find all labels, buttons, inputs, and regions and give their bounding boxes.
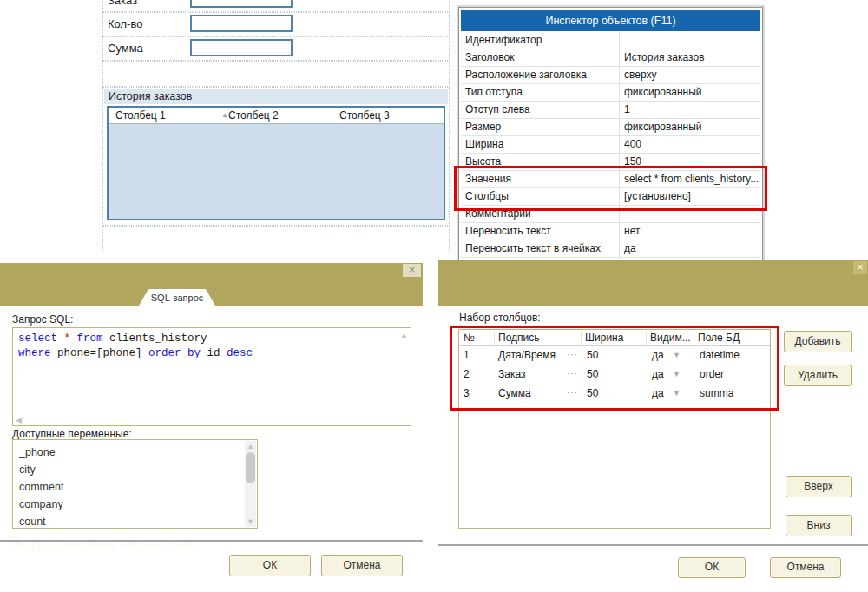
inspector-row-identifier[interactable]: Идентификатор [461, 32, 760, 49]
variable-item[interactable]: city [13, 461, 243, 478]
sql-dialog-separator [0, 540, 423, 542]
inspector-row-indent-type[interactable]: Тип отступафиксированный [461, 84, 760, 102]
sort-asc-icon[interactable]: ▲ [221, 108, 228, 123]
ellipsis-button[interactable]: ··· [567, 345, 578, 365]
inspector-row-wrap-text[interactable]: Переносить текстнет [461, 223, 760, 240]
variables-list: _phone city comment company count [13, 444, 243, 529]
scroll-left-icon[interactable]: ◀ [16, 416, 22, 424]
cancel-button[interactable]: Отмена [321, 555, 403, 576]
close-icon[interactable]: × [403, 264, 421, 277]
sql-query-text: select * from clients_history where phon… [18, 332, 253, 361]
move-down-button[interactable]: Вниз [786, 515, 852, 536]
tab-sql-query[interactable]: SQL-запрос [139, 289, 215, 306]
order-input[interactable] [190, 0, 293, 8]
form-row-qty: Кол-во [102, 12, 450, 36]
form-row-empty-bottom [102, 226, 450, 253]
column-set-label: Набор столбцов: [459, 312, 541, 324]
history-group-title: История заказов [108, 90, 192, 102]
remove-button[interactable]: Удалить [784, 365, 852, 386]
header-number[interactable]: № [464, 330, 475, 345]
form-row-order: Заказ [102, 0, 450, 12]
dropdown-icon[interactable]: ▼ [673, 365, 681, 384]
inspector-row-comment[interactable]: Комментарий [461, 206, 760, 223]
screen: Заказ Кол-во Сумма История заказов Столб… [0, 0, 868, 592]
variable-item[interactable]: comment [13, 478, 243, 496]
form-row-sum: Сумма [102, 36, 450, 61]
scroll-up-icon[interactable]: ▲ [400, 331, 408, 339]
ok-button[interactable]: ОК [229, 555, 311, 576]
column-row-order[interactable]: 2 Заказ ··· 50 да ▼ order [459, 365, 770, 384]
inspector-row-indent-left[interactable]: Отступ слева1 [461, 102, 760, 119]
header-db-field[interactable]: Поле БД [698, 330, 740, 345]
columns-table-header: № Подпись Ширина Видим... Поле БД [459, 330, 770, 346]
inspector-column-divider [619, 32, 620, 259]
header-caption[interactable]: Подпись [498, 330, 540, 345]
inspector-row-height[interactable]: Высота150 [461, 154, 760, 171]
inspector-row-width[interactable]: Ширина400 [461, 136, 760, 154]
sql-query-label: Запрос SQL: [12, 313, 73, 326]
scroll-up-icon[interactable]: ▲ [247, 442, 254, 451]
column-row-summa[interactable]: 3 Сумма ··· 50 да ▼ summa [459, 384, 770, 403]
inspector-row-values[interactable]: Значенияselect * from clients_history... [461, 171, 760, 188]
ellipsis-button[interactable]: ··· [567, 384, 578, 403]
sql-query-textarea[interactable]: select * from clients_history where phon… [12, 327, 411, 426]
variable-item[interactable]: _phone [13, 444, 243, 461]
form-row-history-group: История заказов Столбец 1 ▲ Столбец 2 Ст… [102, 87, 450, 226]
inspector-row-caption-position[interactable]: Расположение заголовкасверху [461, 67, 760, 84]
column-row-datetime[interactable]: 1 Дата/Время ··· 50 да ▼ datetime [459, 345, 770, 365]
columns-dialog-title-bar[interactable]: Столбцы таблицы [438, 260, 868, 306]
qty-input[interactable] [190, 15, 293, 32]
add-button[interactable]: Добавить [784, 331, 852, 352]
inspector-rows: Идентификатор ЗаголовокИстория заказов Р… [461, 32, 760, 259]
ok-button[interactable]: ОК [678, 557, 746, 578]
sum-label: Сумма [108, 42, 143, 55]
columns-table[interactable]: № Подпись Ширина Видим... Поле БД 1 Дата… [458, 329, 771, 529]
ellipsis-button[interactable]: ··· [567, 365, 578, 384]
header-visible[interactable]: Видим... [650, 330, 691, 345]
history-group-header: История заказов [104, 89, 448, 104]
order-label: Заказ [108, 0, 137, 7]
available-variables-label: Доступные переменные: [12, 428, 132, 440]
sum-input[interactable] [190, 39, 293, 56]
close-icon[interactable]: × [853, 261, 867, 274]
cancel-button[interactable]: Отмена [770, 557, 841, 578]
inspector-row-size[interactable]: Размерфиксированный [461, 119, 760, 136]
form-row-empty [102, 61, 450, 87]
design-form-canvas: Заказ Кол-во Сумма История заказов Столб… [102, 0, 451, 253]
variable-item[interactable]: count [13, 513, 243, 529]
inspector-title-bar[interactable]: Инспектор объектов (F11) [461, 10, 760, 31]
header-width[interactable]: Ширина [585, 330, 623, 345]
qty-label: Кол-во [108, 17, 142, 30]
history-col3-header[interactable]: Столбец 3 [339, 108, 390, 123]
variables-scrollbar[interactable]: ▲ ▼ [245, 441, 256, 527]
columns-dialog-separator [438, 544, 868, 546]
history-table[interactable]: Столбец 1 ▲ Столбец 2 Столбец 3 [107, 106, 445, 220]
variable-item[interactable]: company [13, 496, 243, 513]
object-inspector-window: Инспектор объектов (F11) Идентификатор З… [458, 7, 763, 261]
scrollbar-thumb[interactable] [246, 452, 255, 483]
inspector-row-columns[interactable]: Столбцы[установлено] [461, 188, 760, 206]
move-up-button[interactable]: Вверх [786, 476, 852, 497]
dropdown-icon[interactable]: ▼ [673, 384, 681, 403]
history-col1-header[interactable]: Столбец 1 [115, 108, 166, 123]
history-table-header: Столбец 1 ▲ Столбец 2 Столбец 3 [108, 108, 444, 124]
history-col2-header[interactable]: Столбец 2 [228, 108, 279, 123]
dropdown-icon[interactable]: ▼ [673, 345, 681, 365]
scroll-down-icon[interactable]: ▼ [247, 517, 254, 526]
sql-dialog-title: Подстановка значения [8, 533, 196, 553]
variables-listbox[interactable]: _phone city comment company count ▲ ▼ [12, 439, 258, 529]
inspector-row-caption[interactable]: ЗаголовокИстория заказов [461, 49, 760, 67]
inspector-row-wrap-cells[interactable]: Переносить текст в ячейкахда [461, 240, 760, 258]
